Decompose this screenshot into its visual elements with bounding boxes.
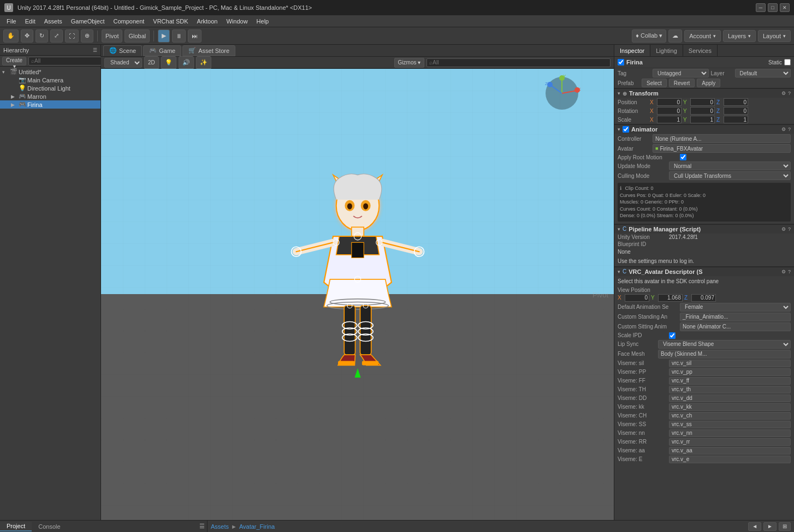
bc-avatar-firina[interactable]: Avatar_Firina	[239, 523, 275, 530]
vrc-menu-icon[interactable]: ⚙	[781, 269, 786, 274]
bc-assets[interactable]: Assets	[211, 523, 229, 530]
lip-sync-dropdown[interactable]: Viseme Blend Shape	[658, 340, 791, 349]
tab-asset-store[interactable]: 🛒 Asset Store	[182, 45, 235, 56]
effects-button[interactable]: ✨	[196, 56, 211, 69]
tab-console[interactable]: Console	[32, 522, 67, 531]
minimize-button[interactable]: ─	[756, 3, 766, 12]
transform-tool-button[interactable]: ⊕	[81, 29, 93, 43]
default-anim-dropdown[interactable]: Female	[680, 303, 791, 312]
tab-lighting[interactable]: Lighting	[650, 45, 683, 56]
culling-mode-dropdown[interactable]: Cull Update Transforms	[669, 171, 791, 180]
hand-tool-button[interactable]: ✋	[3, 29, 19, 43]
transform-help-icon[interactable]: ?	[788, 91, 791, 96]
step-button[interactable]: ⏭	[188, 29, 202, 43]
2d-button[interactable]: 2D	[144, 56, 159, 69]
scene-untitled[interactable]: ▾ 🎬 Untitled*	[0, 68, 100, 76]
audio-button[interactable]: 🔊	[179, 56, 194, 69]
vrc-help-icon[interactable]: ?	[788, 269, 791, 274]
scale-y[interactable]	[690, 116, 715, 123]
tab-inspector[interactable]: Inspector	[614, 45, 650, 56]
pipeline-help-icon[interactable]: ?	[788, 226, 791, 232]
object-name: Firina	[626, 59, 766, 65]
tab-game[interactable]: 🎮 Game	[143, 45, 181, 56]
transform-menu-icon[interactable]: ⚙	[781, 91, 786, 96]
hierarchy-create-button[interactable]: Create ▾	[2, 57, 26, 65]
pause-button[interactable]: ⏸	[172, 29, 186, 43]
view-z[interactable]	[691, 294, 716, 302]
animator-menu-icon[interactable]: ⚙	[781, 127, 786, 132]
cloud-button[interactable]: ☁	[668, 29, 682, 43]
maximize-button[interactable]: □	[768, 3, 778, 12]
scale-tool-button[interactable]: ⤢	[50, 29, 63, 43]
viseme-label-9: Viseme: RR	[618, 439, 667, 445]
hierarchy-search-input[interactable]	[28, 57, 103, 65]
tab-scene[interactable]: 🌐 Scene	[103, 45, 142, 56]
project-menu-btn[interactable]: ☰	[197, 523, 207, 530]
menu-edit[interactable]: Edit	[21, 17, 40, 26]
layout-dropdown[interactable]: Layout	[758, 30, 791, 42]
view-position-label: View Position	[618, 287, 650, 293]
rotation-y[interactable]	[690, 107, 715, 115]
position-x[interactable]	[657, 98, 682, 106]
rotation-x[interactable]	[657, 107, 682, 115]
position-y[interactable]	[690, 98, 715, 106]
menubar: File Edit Assets GameObject Component VR…	[0, 15, 794, 27]
global-button[interactable]: Global	[125, 29, 150, 43]
hierarchy-directional-light[interactable]: 💡 Directional Light	[0, 84, 100, 92]
menu-file[interactable]: File	[2, 17, 21, 26]
menu-gameobject[interactable]: GameObject	[67, 17, 109, 26]
update-mode-dropdown[interactable]: Normal	[669, 162, 791, 170]
tab-services[interactable]: Services	[683, 45, 718, 56]
pipeline-menu-icon[interactable]: ⚙	[781, 226, 786, 232]
menu-window[interactable]: Window	[222, 17, 252, 26]
tab-project[interactable]: Project	[0, 522, 32, 531]
view-y[interactable]	[658, 294, 683, 302]
select-button[interactable]: Select	[642, 79, 667, 87]
scale-x[interactable]	[657, 116, 682, 123]
hierarchy-firina[interactable]: ▶ 🎮 Firina	[0, 100, 100, 109]
menu-help[interactable]: Help	[252, 17, 274, 26]
asset-view-button[interactable]: ⊞	[779, 522, 791, 531]
static-checkbox[interactable]	[784, 59, 791, 65]
rect-tool-button[interactable]: ⛶	[65, 29, 79, 43]
scene-gizmo[interactable]: Y X Z	[543, 74, 581, 112]
animator-help-icon[interactable]: ?	[788, 127, 791, 132]
scene-view[interactable]: Y X Z Pivot	[101, 69, 614, 520]
asset-back-button[interactable]: ◄	[748, 522, 761, 531]
tag-dropdown[interactable]: Untagged	[653, 69, 709, 77]
face-mesh-row: Face Mesh Body (Skinned M...	[614, 349, 794, 359]
gizmos-dropdown[interactable]: Gizmos ▾	[394, 58, 425, 68]
object-enabled-checkbox[interactable]	[618, 59, 624, 65]
viseme-row-10: Viseme: aa vrc.v_aa	[614, 446, 794, 455]
move-tool-button[interactable]: ✥	[21, 29, 33, 43]
collab-button[interactable]: ♦ Collab ▾	[632, 29, 666, 43]
pivot-button[interactable]: Pivot	[102, 29, 122, 43]
asset-forward-button[interactable]: ►	[763, 522, 777, 531]
hierarchy-marron[interactable]: ▶ 🎮 Marron	[0, 92, 100, 100]
layer-dropdown[interactable]: Default	[735, 69, 791, 77]
layers-dropdown[interactable]: Layers	[723, 30, 756, 42]
close-button[interactable]: ✕	[780, 3, 790, 12]
rotation-z[interactable]	[724, 107, 748, 115]
shading-dropdown[interactable]: Shaded	[104, 58, 142, 68]
object-header: Firina Static	[614, 57, 794, 68]
scale-z[interactable]	[724, 116, 748, 123]
view-x[interactable]	[625, 294, 649, 302]
scale-ipd-checkbox[interactable]	[669, 332, 676, 339]
lighting-button[interactable]: 💡	[161, 56, 176, 69]
rotate-tool-button[interactable]: ↻	[35, 29, 48, 43]
hierarchy-main-camera[interactable]: 📷 Main Camera	[0, 76, 100, 84]
scene-search-input[interactable]	[426, 58, 611, 67]
apply-button[interactable]: Apply	[697, 79, 720, 87]
hierarchy-menu-btn[interactable]: ☰	[93, 47, 97, 53]
menu-arktoon[interactable]: Arktoon	[193, 17, 222, 26]
menu-assets[interactable]: Assets	[40, 17, 67, 26]
menu-component[interactable]: Component	[109, 17, 149, 26]
apply-root-motion-checkbox[interactable]	[680, 154, 686, 160]
animator-enabled-checkbox[interactable]	[623, 126, 629, 133]
menu-vrchat-sdk[interactable]: VRChat SDK	[149, 17, 192, 26]
play-button[interactable]: ▶	[158, 29, 170, 43]
position-z[interactable]	[724, 98, 748, 106]
revert-button[interactable]: Revert	[669, 79, 695, 87]
account-dropdown[interactable]: Account	[684, 30, 721, 42]
